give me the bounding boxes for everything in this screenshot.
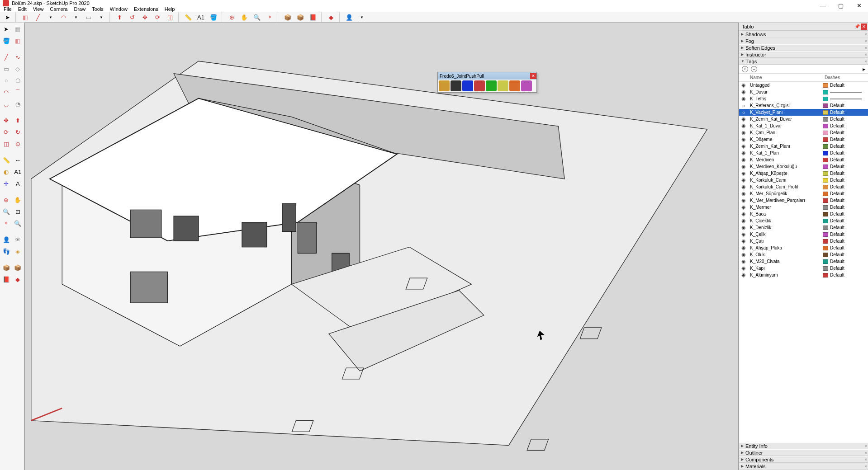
offset-tool[interactable]: ↺ — [127, 12, 138, 22]
menu-window[interactable]: Window — [110, 6, 128, 12]
section-fog[interactable]: ▶Fog× — [739, 38, 868, 44]
tag-row[interactable]: ◉K_Mer_Merdiven_ParçalarıDefault — [739, 197, 868, 204]
pan-tool[interactable]: ✋ — [13, 194, 24, 205]
circle-tool[interactable]: ○ — [1, 75, 12, 86]
column-name[interactable]: Name — [748, 75, 823, 80]
menu-edit[interactable]: Edit — [18, 6, 27, 12]
dropdown-icon[interactable]: ▼ — [71, 12, 81, 22]
fredo6-jointpushpull-panel[interactable]: Fredo6_JointPushPull ✕ — [437, 72, 537, 93]
arc-tool[interactable]: ◠ — [1, 87, 12, 98]
tag-row[interactable]: ○K_Vaziyet_PlanıDefault — [739, 109, 868, 116]
text-tool[interactable]: A1 — [195, 12, 206, 22]
menu-camera[interactable]: Camera — [50, 6, 67, 12]
section-shadows[interactable]: ▶Shadows× — [739, 31, 868, 38]
viewport-3d[interactable]: Fredo6_JointPushPull ✕ — [24, 23, 739, 470]
scale-tool[interactable]: ◫ — [165, 12, 175, 22]
warehouse-tool[interactable]: 📦 — [1, 262, 12, 273]
section-components[interactable]: ▶Components× — [739, 456, 868, 463]
walk-tool[interactable]: 👣 — [1, 246, 12, 257]
jpp-tool-4[interactable] — [474, 80, 485, 91]
warehouse-tool[interactable]: 📦 — [282, 12, 293, 22]
select-tool[interactable]: ➤ — [2, 12, 13, 22]
component-tool[interactable]: ▦ — [13, 24, 24, 34]
jpp-tool-7[interactable] — [509, 80, 520, 91]
line-tool[interactable]: ╱ — [1, 52, 12, 62]
tag-row[interactable]: ◉K_Tefriş — [739, 95, 868, 102]
menu-file[interactable]: File — [4, 6, 12, 12]
protractor-tool[interactable]: ◐ — [1, 166, 12, 177]
axes-tool[interactable]: ✛ — [1, 178, 12, 189]
jpp-tool-2[interactable] — [451, 80, 461, 91]
tag-row[interactable]: ◉K_Zemin_Kat_PlanıDefault — [739, 143, 868, 150]
tag-row[interactable]: ◉K_BacaDefault — [739, 211, 868, 217]
paint-tool[interactable]: 🪣 — [1, 35, 12, 46]
tag-row[interactable]: ◉K_M20_CivataDefault — [739, 258, 868, 265]
pushpull-tool[interactable]: ⬆ — [13, 115, 24, 126]
tag-row[interactable]: ◉K_Mer_SüpürgelikDefault — [739, 190, 868, 197]
dropdown-icon[interactable]: ▼ — [356, 12, 367, 22]
tag-row[interactable]: ○K_Referans_ÇizgisiDefault — [739, 102, 868, 109]
tag-row[interactable]: ◉K_Korkuluk_Cam_ProfilDefault — [739, 183, 868, 190]
rotate-tool[interactable]: ⟳ — [1, 127, 12, 137]
pie-tool[interactable]: ◔ — [13, 99, 24, 109]
menu-tools[interactable]: Tools — [92, 6, 104, 12]
jpp-tool-1[interactable] — [439, 80, 450, 91]
section-entity-info[interactable]: ▶Entity Info× — [739, 442, 868, 449]
add-tag-button[interactable]: + — [742, 66, 748, 72]
tag-row[interactable]: ◉K_Çatı_PlanıDefault — [739, 129, 868, 136]
zoom-tool[interactable]: 🔍 — [1, 206, 12, 217]
tag-row[interactable]: ◉K_Merdiven_KorkuluğuDefault — [739, 163, 868, 170]
pushpull-tool[interactable]: ⬆ — [114, 12, 125, 22]
text-tool[interactable]: A1 — [13, 166, 24, 177]
tag-row[interactable]: ◉K_Ahşap_KüpeşteDefault — [739, 170, 868, 177]
eraser-tool[interactable]: ◧ — [20, 12, 31, 22]
tag-row[interactable]: ◉K_Kat_1_PlanDefault — [739, 150, 868, 156]
zoom-extents-tool[interactable]: ⌖ — [1, 218, 12, 229]
line-tool[interactable]: ╱ — [33, 12, 43, 22]
minimize-button[interactable]: — — [814, 0, 832, 11]
menu-draw[interactable]: Draw — [74, 6, 85, 12]
offset-tool[interactable]: ⊙ — [13, 138, 24, 149]
zoom-extents-tool[interactable]: ⌖ — [264, 12, 275, 22]
tag-row[interactable]: ◉UntaggedDefault — [739, 82, 868, 89]
remove-tag-button[interactable]: − — [751, 66, 757, 72]
tape-tool[interactable]: 📏 — [1, 155, 12, 165]
tag-row[interactable]: ◉K_DenizlikDefault — [739, 224, 868, 231]
extension-tool[interactable]: 📕 — [308, 12, 318, 22]
tag-menu-icon[interactable]: ▸ — [863, 66, 865, 72]
arc2-tool[interactable]: ⌒ — [13, 87, 24, 98]
section-outliner[interactable]: ▶Outliner× — [739, 449, 868, 456]
extension-manager-tool[interactable]: 📕 — [1, 274, 12, 285]
maximize-button[interactable]: ▢ — [832, 0, 850, 11]
close-button[interactable]: ✕ — [850, 0, 868, 11]
polygon-tool[interactable]: ⬡ — [13, 75, 24, 86]
close-icon[interactable]: ✕ — [861, 24, 867, 30]
dimension-tool[interactable]: ↔ — [13, 155, 24, 165]
section-soften-edges[interactable]: ▶Soften Edges× — [739, 44, 868, 51]
3dtext-tool[interactable]: A — [13, 178, 24, 189]
look-around-tool[interactable]: 👁 — [13, 234, 24, 245]
tag-row[interactable]: ◉K_KapıDefault — [739, 265, 868, 272]
warehouse-tool-2[interactable]: 📦 — [295, 12, 306, 22]
tag-row[interactable]: ◉K_Kat_1_DuvarDefault — [739, 122, 868, 129]
menu-view[interactable]: View — [33, 6, 44, 12]
tag-row[interactable]: ◉K_ÇiçeklikDefault — [739, 217, 868, 224]
menu-help[interactable]: Help — [165, 6, 175, 12]
paint-tool[interactable]: 🪣 — [208, 12, 219, 22]
previous-tool[interactable]: 🔍 — [13, 218, 24, 229]
select-tool[interactable]: ➤ — [1, 24, 12, 34]
tag-row[interactable]: ◉K_MermerDefault — [739, 204, 868, 211]
move-tool[interactable]: ✥ — [139, 12, 150, 22]
move-tool[interactable]: ✥ — [1, 115, 12, 126]
zoom-tool[interactable]: 🔍 — [251, 12, 262, 22]
warehouse-share-tool[interactable]: 📦 — [13, 262, 24, 273]
tags-list[interactable]: ◉UntaggedDefault◉K_Duvar◉K_Tefriş○K_Refe… — [739, 82, 868, 442]
orbit-tool[interactable]: ⊕ — [226, 12, 237, 22]
menu-extensions[interactable]: Extensions — [134, 6, 158, 12]
tag-row[interactable]: ◉K_DöşemeDefault — [739, 136, 868, 143]
rectangle-tool[interactable]: ▭ — [1, 63, 12, 74]
dropdown-icon[interactable]: ▼ — [96, 12, 107, 22]
tag-row[interactable]: ◉K_Duvar — [739, 89, 868, 95]
tag-row[interactable]: ◉K_ÇelikDefault — [739, 231, 868, 238]
tag-row[interactable]: ◉K_MerdivenDefault — [739, 156, 868, 163]
